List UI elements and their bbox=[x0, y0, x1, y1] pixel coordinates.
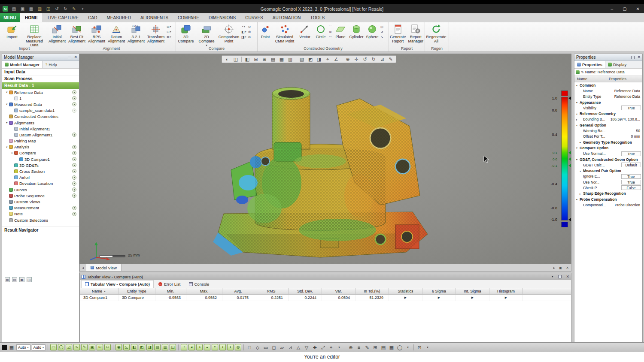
filter-hide-icon[interactable]: ◍ bbox=[235, 344, 241, 350]
tree-item-reference-data[interactable]: ▾Reference Data bbox=[2, 89, 79, 95]
tab-curves[interactable]: CURVES bbox=[240, 13, 268, 22]
tree-item-curves[interactable]: Curves bbox=[2, 187, 79, 193]
deselect-icon[interactable]: ⊟ bbox=[104, 344, 111, 350]
colorbar[interactable] bbox=[561, 97, 568, 220]
2d-compare-button[interactable]: 2D Compare ▾ bbox=[196, 23, 217, 48]
expander-icon[interactable]: ▾ bbox=[10, 151, 14, 155]
result-navigator-header[interactable]: Result Navigator bbox=[2, 226, 79, 233]
filter-outside-icon[interactable]: ◖ bbox=[219, 344, 226, 350]
3d-compare-button[interactable]: 3D Compare bbox=[176, 23, 196, 43]
property-group[interactable]: ▾Appearance bbox=[574, 100, 642, 105]
geometry-mini-button-4[interactable]: ◎ bbox=[380, 25, 383, 29]
column-header-max[interactable]: Max. bbox=[186, 288, 222, 294]
tree-item-sample-scan[interactable]: sample_scan data1 bbox=[2, 108, 79, 114]
table-row[interactable]: 3D Compare1 3D Compare -0.9563 0.9562 0.… bbox=[80, 295, 571, 301]
export-quick-icon[interactable]: ◫ bbox=[46, 6, 51, 12]
column-header-avg[interactable]: Avg. bbox=[222, 288, 254, 294]
property-group[interactable]: ▾Probe Compensation bbox=[574, 196, 642, 202]
select-circle-icon[interactable]: ◯ bbox=[58, 344, 64, 350]
tab-tabular-view[interactable]: Tabular View - Compare (Auto) bbox=[81, 280, 154, 288]
tab-model-view[interactable]: Model View bbox=[86, 264, 122, 271]
property-row[interactable]: Offset For T...0 mm bbox=[574, 134, 642, 139]
visibility-eye-icon[interactable] bbox=[72, 181, 76, 186]
datum-alignment-button[interactable]: Datum Alignment bbox=[106, 23, 126, 43]
report-manager-button[interactable]: Report Manager bbox=[407, 23, 425, 43]
visibility-eye-icon[interactable] bbox=[72, 206, 76, 210]
sphere-button[interactable]: Sphere bbox=[365, 23, 380, 39]
tree-item-alignments[interactable]: ▾Alignments bbox=[2, 120, 79, 126]
compare-mini-button-4[interactable]: ⊙ bbox=[248, 25, 251, 29]
tree-item-note[interactable]: Note bbox=[2, 211, 79, 217]
close-panel-icon[interactable]: ✕ bbox=[637, 55, 641, 59]
visibility-eye-icon[interactable] bbox=[72, 133, 76, 137]
tree-item-custom-selections[interactable]: Custom Selections bbox=[2, 217, 79, 223]
mode-edge-icon[interactable]: ◺ bbox=[123, 344, 130, 350]
tab-model-manager[interactable]: Model Manager bbox=[2, 61, 43, 68]
property-group[interactable]: ▾Compare Option bbox=[574, 145, 642, 151]
property-row[interactable]: Warning Ra...-50 bbox=[574, 128, 642, 133]
colorbar-max-marker[interactable] bbox=[568, 97, 571, 100]
property-group[interactable]: ▾Common bbox=[574, 82, 642, 88]
selection-grid-icon[interactable]: ▦ bbox=[8, 344, 15, 351]
visibility-eye-icon[interactable] bbox=[72, 169, 76, 173]
tree-item-3d-gdts[interactable]: 3D GD&Ts bbox=[2, 162, 79, 168]
comparison-point-button[interactable]: Comparison Point bbox=[217, 23, 240, 43]
app-logo-icon[interactable]: G bbox=[3, 6, 8, 12]
colorbar-lower-tol-marker[interactable] bbox=[568, 164, 571, 167]
filter-front-icon[interactable]: ◒ bbox=[204, 344, 210, 350]
visibility-eye-icon[interactable] bbox=[72, 163, 76, 167]
minimize-button[interactable]: – bbox=[611, 6, 614, 11]
3d-viewport[interactable]: ◐ ◫ ◧ ⊟ ⊞ ▤ ▦ ▥ ▧ ◩ ◨ ⌖ ∠ ⊕ ✛ ↺ ↻ ⊿ ✎ 1.… bbox=[79, 54, 571, 264]
tab-measured[interactable]: MEASURED bbox=[102, 13, 136, 22]
tab-error-list[interactable]: Error List bbox=[155, 280, 184, 288]
tab-compare[interactable]: COMPARE bbox=[173, 13, 204, 22]
tree-item-compare[interactable]: ▾Compare bbox=[2, 150, 79, 156]
colorbar-min-marker[interactable] bbox=[568, 218, 571, 221]
tree-item-measured-data[interactable]: ▾Measured Data bbox=[2, 101, 79, 107]
view-split-left-icon[interactable]: ◧ bbox=[244, 56, 250, 63]
filter-through-icon[interactable]: ◕ bbox=[188, 344, 195, 350]
final-more-icon[interactable]: ▾ bbox=[424, 344, 431, 351]
tab-console[interactable]: Console bbox=[185, 280, 213, 288]
2d-compare-dropdown-icon[interactable]: ▾ bbox=[206, 43, 207, 48]
column-header-statistics[interactable]: Statistics bbox=[389, 288, 422, 294]
tree-item-airfoil[interactable]: Airfoil bbox=[2, 175, 79, 181]
circle-button[interactable]: Circle bbox=[313, 23, 328, 39]
section-scan-process[interactable]: Scan Process bbox=[2, 75, 79, 82]
mode-cluster-icon[interactable]: ▤ bbox=[154, 344, 161, 350]
view-columns-icon[interactable]: ▥ bbox=[287, 56, 293, 63]
property-row[interactable]: ▸Bounding B...186.5974, 130.8... bbox=[574, 117, 642, 122]
tree-item-3d-compare1[interactable]: 3D Compare1 bbox=[2, 156, 79, 162]
property-row[interactable]: Compensati...Probe Direction bbox=[574, 202, 642, 208]
transform-alignment-button[interactable]: Transform Alignment bbox=[146, 23, 166, 43]
expander-icon[interactable]: ▾ bbox=[5, 121, 9, 124]
filter-visible-icon[interactable]: ◔ bbox=[181, 344, 187, 350]
filter-back-icon[interactable]: ◑ bbox=[196, 344, 203, 350]
qat-dropdown-icon[interactable]: ▾ bbox=[80, 6, 85, 12]
panel-dropdown-icon[interactable]: ▾ bbox=[552, 275, 553, 278]
alignment-mini-button-2[interactable]: ⊟▾ bbox=[167, 30, 171, 34]
321-alignment-button[interactable]: 3 2 1 3-2-1 Alignment bbox=[126, 23, 146, 43]
compare-mini-button-5[interactable]: ⊚ bbox=[248, 30, 251, 34]
mode-group-icon[interactable]: ◫ bbox=[170, 344, 176, 350]
visibility-eye-icon[interactable] bbox=[72, 212, 76, 216]
save-icon[interactable]: ▦ bbox=[28, 6, 34, 12]
visibility-eye-icon[interactable] bbox=[72, 187, 76, 192]
mode-body-icon[interactable]: ◩ bbox=[139, 344, 145, 350]
dropdown-more-icon[interactable]: ▾ bbox=[336, 344, 343, 351]
compare-mini-button-6[interactable]: ⊛ bbox=[248, 35, 251, 39]
initial-alignment-button[interactable]: Initial Alignment bbox=[47, 23, 67, 43]
section-icon[interactable]: ⊿ bbox=[379, 56, 385, 63]
tree-item-analysis[interactable]: ▾Analysis bbox=[2, 144, 79, 150]
column-header-min[interactable]: Min. bbox=[155, 288, 186, 294]
tree-item-custom-views[interactable]: Custom Views bbox=[2, 199, 79, 205]
alignment-mini-button-1[interactable]: ⊞▾ bbox=[167, 25, 171, 29]
column-header-std-dev[interactable]: Std. Dev. bbox=[289, 288, 322, 294]
tree-item-measurement[interactable]: Measurement bbox=[2, 205, 79, 211]
property-row[interactable]: NameReference Data bbox=[574, 88, 642, 94]
tab-tools[interactable]: TOOLS bbox=[306, 13, 330, 22]
column-header-6-sigma[interactable]: 6 Sigma bbox=[422, 288, 456, 294]
rotate-cw-icon[interactable]: ↻ bbox=[371, 56, 377, 63]
pan-icon[interactable]: ✛ bbox=[353, 56, 359, 63]
sort-az-icon[interactable]: ⇅ bbox=[581, 70, 584, 74]
